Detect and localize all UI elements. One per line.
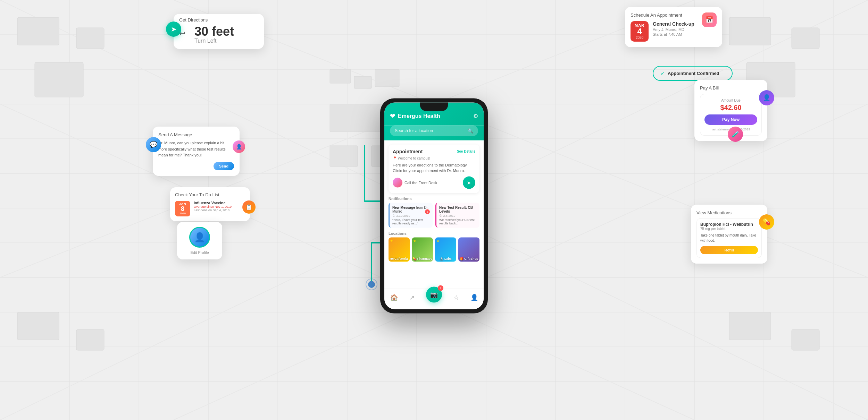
schedule-icon-button[interactable]: 📅 [702,12,717,27]
notif-message-label: New Message [392,205,415,209]
todo-day: 8 [178,206,187,212]
pay-icon-button[interactable]: 👤 [759,90,774,105]
nav-camera-button[interactable]: 📷 2 [426,287,442,303]
pay-amount: $42.60 [704,104,757,112]
app-content: Appointment See Details Welcome to campu… [384,140,484,284]
todo-icon-button[interactable]: 📋 [242,200,256,214]
cafeteria-label: 🍽 Cafeteria [389,257,410,260]
notif-message-time: ⏱ 2.10.2019 [392,214,430,217]
notif-test-time: ⏱ 2.8.2019 [439,214,477,217]
labs-label: 🔬 Labs [435,257,456,260]
search-icon[interactable]: 🔍 [468,128,473,133]
cafeteria-star-icon: ★ [390,239,393,242]
todo-last-done: Last done on Sep 4, 2018 [194,208,245,212]
location-labs[interactable]: ★ 🔬 Labs [435,237,456,262]
apt-see-details[interactable]: See Details [457,149,475,153]
phone-notch [420,102,448,111]
directions-turn: Turn Left [194,38,234,44]
pharmacy-label: 💊 Pharmacy [412,257,433,260]
meds-label: View Medications [696,210,762,215]
nav-star-icon[interactable]: ☆ [453,294,459,301]
svg-rect-39 [792,329,819,350]
todo-label: Check Your To Do List [175,192,245,197]
svg-rect-33 [729,17,771,45]
profile-avatar: 👤 [189,227,210,248]
message-label: Send A Message [158,132,234,137]
svg-rect-44 [330,146,358,166]
svg-rect-38 [729,312,771,340]
meds-refill-button[interactable]: Refill [700,246,758,254]
notif-test-title: New Test Result: CB Levels [439,205,477,213]
settings-icon[interactable]: ⚙ [473,113,478,119]
schedule-label: Schedule An Appointment [631,12,694,18]
bottom-nav: 🏠 ↗ 📷 2 ☆ 👤 [384,288,484,309]
app-title: Emergus Health [398,113,440,119]
nav-home-icon[interactable]: 🏠 [390,294,398,301]
meds-icon-button[interactable]: 💊 [759,214,774,230]
message-icon-button[interactable]: 💬 [146,137,161,152]
meds-instructions: Take one tablet by mouth daily. Take wit… [700,233,758,243]
notif-test-preview: We received your CB test results back... [439,218,477,225]
location-pharmacy[interactable]: ★ 💊 Pharmacy [412,237,433,262]
location-cafeteria[interactable]: ★ 🍽 Cafeteria [389,237,410,262]
todo-card: 📋 Check Your To Do List JAN 8 2020 Influ… [170,187,250,221]
svg-rect-31 [76,28,104,49]
nav-share-icon[interactable]: ↗ [409,294,415,301]
pay-due-label: Amount Due [704,98,757,102]
todo-date-box: JAN 8 2020 [175,201,190,216]
locations-section-title: Locations [389,231,479,235]
directions-nav-icon[interactable]: ➤ [166,22,181,37]
todo-overdue: Overdue since Nov 1, 2019 [194,205,245,208]
meds-drug-name: Bupropion Hcl - Wellbutrin [700,222,758,227]
message-text: Dr. Munro, can you please explain a bit … [158,140,234,158]
message-card: 💬 👤 Send A Message Dr. Munro, can you pl… [153,127,240,176]
nav-profile-icon[interactable]: 👤 [470,294,478,301]
pay-label: Pay A Bill [700,85,762,91]
svg-rect-40 [330,69,351,83]
pay-now-button[interactable]: Pay Now [704,114,757,125]
appointment-card: Appointment See Details Welcome to campu… [389,144,479,193]
directions-card: ➤ Get Directions ↩ 30 feet Turn Left [174,14,264,49]
message-send-button[interactable]: Send [214,162,234,170]
svg-rect-42 [375,69,399,87]
svg-rect-37 [76,329,104,350]
gift-label: 🎁 Gift Shop [458,257,479,260]
search-placeholder: Search for a location [395,128,433,133]
confirmed-text: Appointment Confirmed [668,71,719,76]
schedule-time: Starts at 7:40 AM [653,32,694,36]
medications-card: 💊 View Medications Bupropion Hcl - Wellb… [691,205,767,264]
apt-call-text[interactable]: Call the Front Desk [404,180,437,185]
phone-screen: ❤ Emergus Health ⚙ Search for a location… [384,102,484,309]
notification-message-card[interactable]: New Message from Dr. Munro 1 ⏱ 2.10.2019… [389,203,433,228]
labs-star-icon: ★ [436,239,440,242]
pharmacy-star-icon: ★ [413,239,416,242]
schedule-appointment-title: General Check-up [653,21,694,27]
apt-subtitle: Welcome to campus! [393,156,475,160]
svg-rect-36 [17,312,59,340]
nav-badge: 2 [438,285,443,291]
directions-label: Get Directions [174,14,264,23]
schedule-year: 2020 [634,36,645,40]
meds-dosage: 75 mg per tablet [700,227,758,231]
svg-rect-32 [35,62,83,97]
confirmed-check-icon: ✓ [660,70,665,77]
schedule-date-box: MAR 4 2020 [631,21,649,42]
todo-year: 2020 [178,212,187,215]
directions-feet: 30 feet [194,25,234,38]
app-logo-icon: ❤ [390,112,395,120]
location-gift-shop[interactable]: 🎁 Gift Shop [458,237,479,262]
profile-avatar-icon: 👤 [194,232,205,243]
notif-message-badge: 1 [425,209,430,214]
svg-rect-41 [354,76,372,88]
schedule-doctor: Amy J. Munro, MD [653,27,694,32]
apt-text: Here are your directions to the Dermatol… [393,162,475,173]
locations-row: ★ 🍽 Cafeteria ★ 💊 Pharmacy ★ 🔬 Labs 🎁 Gi… [389,237,479,262]
svg-rect-30 [17,17,59,45]
search-bar-container: Search for a location 🔍 [384,125,484,140]
apt-forward-button[interactable]: ➤ [463,176,475,189]
notification-test-card[interactable]: New Test Result: CB Levels ⏱ 2.8.2019 We… [435,203,479,228]
labs-icon-button[interactable]: 🧪 [728,127,743,142]
phone-mockup: ❤ Emergus Health ⚙ Search for a location… [380,98,488,313]
profile-card[interactable]: 👤 Edit Profile [177,222,222,259]
apt-title: Appointment [393,148,423,154]
